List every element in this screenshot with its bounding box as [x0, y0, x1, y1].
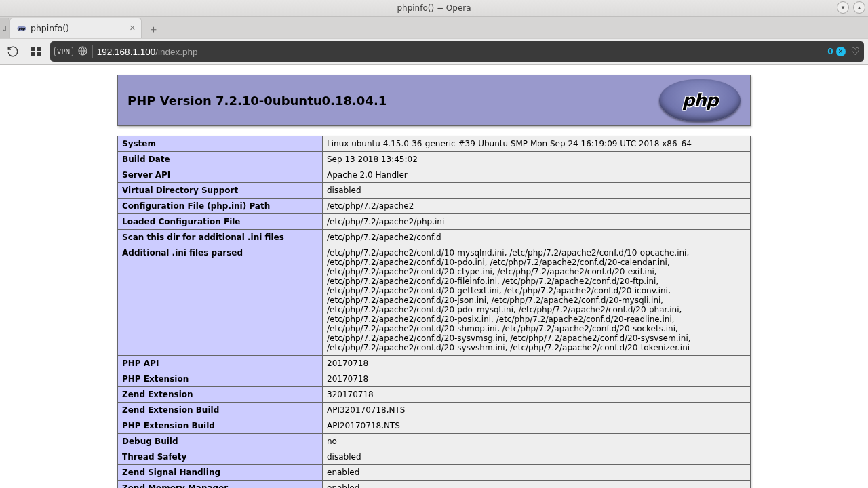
phpinfo-value: Apache 2.0 Handler [323, 167, 751, 183]
window-controls: ▾ ▴ [837, 1, 865, 14]
svg-rect-5 [37, 52, 41, 56]
phpinfo-key: Additional .ini files parsed [118, 245, 323, 356]
speed-dial-button[interactable] [27, 43, 45, 60]
phpinfo-value: 320170718 [323, 387, 751, 403]
maximize-button[interactable]: ▴ [853, 1, 865, 14]
table-row: Thread Safetydisabled [118, 449, 751, 465]
url-separator [92, 45, 93, 58]
phpinfo-value: /etc/php/7.2/apache2 [323, 199, 751, 214]
phpinfo-key: Zend Extension [118, 387, 323, 403]
table-row: Scan this dir for additional .ini files/… [118, 230, 751, 245]
table-row: Zend Extension320170718 [118, 387, 751, 403]
phpinfo-key: Debug Build [118, 434, 323, 449]
phpinfo-value: /etc/php/7.2/apache2/php.ini [323, 214, 751, 230]
table-row: Server APIApache 2.0 Handler [118, 167, 751, 183]
reload-button[interactable] [4, 43, 22, 60]
phpinfo-key: Loaded Configuration File [118, 214, 323, 230]
table-row: Loaded Configuration File/etc/php/7.2/ap… [118, 214, 751, 230]
table-row: Configuration File (php.ini) Path/etc/ph… [118, 199, 751, 214]
page-viewport[interactable]: PHP Version 7.2.10-0ubuntu0.18.04.1 php … [0, 65, 868, 488]
phpinfo-key: Zend Signal Handling [118, 465, 323, 481]
phpinfo-value: 20170718 [323, 356, 751, 371]
phpinfo-value: API20170718,NTS [323, 418, 751, 434]
php-logo-text: php [682, 90, 718, 110]
browser-tab-active[interactable]: php phpinfo() ✕ [9, 18, 142, 38]
php-logo: php [659, 79, 741, 121]
phpinfo-key: Configuration File (php.ini) Path [118, 199, 323, 214]
phpinfo-value: disabled [323, 449, 751, 465]
phpinfo-value: disabled [323, 183, 751, 199]
svg-rect-3 [37, 47, 41, 51]
globe-icon [77, 45, 88, 58]
phpinfo-key: PHP API [118, 356, 323, 371]
url-path: /index.php [155, 47, 197, 57]
phpinfo-container: PHP Version 7.2.10-0ubuntu0.18.04.1 php … [117, 75, 751, 488]
table-row: PHP API20170718 [118, 356, 751, 371]
close-tab-icon[interactable]: ✕ [130, 24, 136, 33]
phpinfo-value: 20170718 [323, 371, 751, 387]
table-row: Zend Extension BuildAPI320170718,NTS [118, 403, 751, 418]
window-titlebar: phpinfo() − Opera ▾ ▴ [0, 0, 868, 17]
phpinfo-key: System [118, 136, 323, 152]
php-version-title: PHP Version 7.2.10-0ubuntu0.18.04.1 [127, 94, 387, 108]
phpinfo-key: Zend Memory Manager [118, 481, 323, 489]
tab-title: phpinfo() [31, 23, 125, 33]
blocked-count: 0 [827, 47, 833, 56]
address-row: VPN 192.168.1.100/index.php 0 ✕ ♡ [0, 38, 868, 65]
svg-rect-4 [31, 52, 35, 56]
phpinfo-key: Thread Safety [118, 449, 323, 465]
url-host: 192.168.1.100 [97, 47, 155, 57]
table-row: Zend Memory Managerenabled [118, 481, 751, 489]
table-row: PHP Extension BuildAPI20170718,NTS [118, 418, 751, 434]
window-title: phpinfo() − Opera [397, 3, 471, 13]
phpinfo-value: /etc/php/7.2/apache2/conf.d [323, 230, 751, 245]
menu-tab-stub[interactable]: u [0, 18, 9, 38]
vpn-badge[interactable]: VPN [54, 47, 73, 56]
bookmark-heart-icon[interactable]: ♡ [851, 45, 860, 58]
php-favicon-icon: php [17, 24, 26, 33]
phpinfo-value: /etc/php/7.2/apache2/conf.d/10-mysqlnd.i… [323, 245, 751, 356]
table-row: Zend Signal Handlingenabled [118, 465, 751, 481]
phpinfo-key: Build Date [118, 152, 323, 167]
table-row: SystemLinux ubuntu 4.15.0-36-generic #39… [118, 136, 751, 152]
table-row: PHP Extension20170718 [118, 371, 751, 387]
phpinfo-header: PHP Version 7.2.10-0ubuntu0.18.04.1 php [117, 75, 751, 126]
phpinfo-key: Virtual Directory Support [118, 183, 323, 199]
new-tab-button[interactable]: ＋ [144, 20, 162, 38]
svg-rect-2 [31, 47, 35, 51]
phpinfo-key: PHP Extension [118, 371, 323, 387]
minimize-button[interactable]: ▾ [837, 1, 849, 14]
url-text: 192.168.1.100/index.php [97, 47, 823, 57]
phpinfo-table: SystemLinux ubuntu 4.15.0-36-generic #39… [117, 136, 751, 488]
phpinfo-key: PHP Extension Build [118, 418, 323, 434]
phpinfo-value: enabled [323, 465, 751, 481]
phpinfo-value: Linux ubuntu 4.15.0-36-generic #39-Ubunt… [323, 136, 751, 152]
table-row: Build DateSep 13 2018 13:45:02 [118, 152, 751, 167]
url-bar[interactable]: VPN 192.168.1.100/index.php 0 ✕ ♡ [50, 41, 864, 62]
phpinfo-key: Zend Extension Build [118, 403, 323, 418]
phpinfo-value: Sep 13 2018 13:45:02 [323, 152, 751, 167]
tab-bar: u php phpinfo() ✕ ＋ [0, 17, 868, 38]
table-row: Additional .ini files parsed/etc/php/7.2… [118, 245, 751, 356]
phpinfo-key: Scan this dir for additional .ini files [118, 230, 323, 245]
phpinfo-value: enabled [323, 481, 751, 489]
url-right-controls: 0 ✕ ♡ [827, 45, 860, 58]
phpinfo-key: Server API [118, 167, 323, 183]
phpinfo-value: API320170718,NTS [323, 403, 751, 418]
table-row: Virtual Directory Supportdisabled [118, 183, 751, 199]
phpinfo-value: no [323, 434, 751, 449]
ad-block-icon[interactable]: ✕ [836, 47, 846, 56]
svg-text:php: php [18, 27, 25, 30]
table-row: Debug Buildno [118, 434, 751, 449]
